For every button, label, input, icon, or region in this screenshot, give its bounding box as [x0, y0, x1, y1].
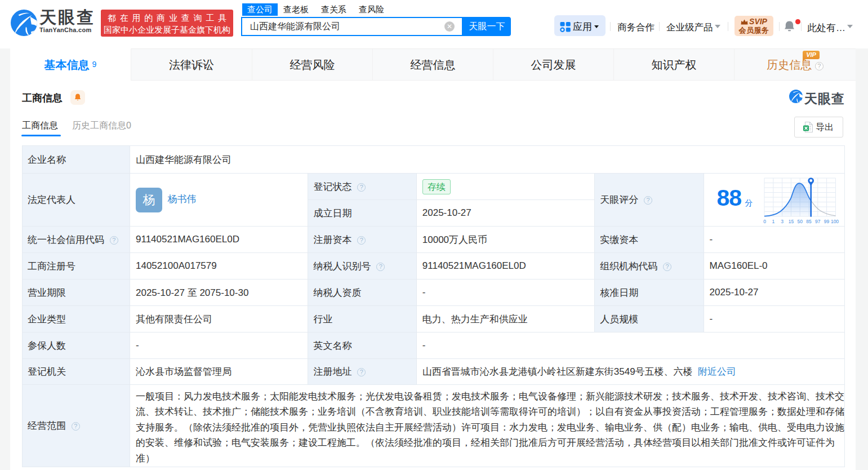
- svg-text:15: 15: [788, 219, 794, 224]
- svg-text:1: 1: [772, 219, 774, 224]
- svg-text:3: 3: [781, 219, 784, 224]
- svg-text:85: 85: [806, 219, 812, 224]
- svg-text:0: 0: [763, 219, 766, 224]
- svg-text:99: 99: [824, 219, 829, 224]
- svg-text:50: 50: [797, 219, 803, 224]
- svg-text:100: 100: [830, 219, 838, 224]
- svg-text:97: 97: [815, 219, 821, 224]
